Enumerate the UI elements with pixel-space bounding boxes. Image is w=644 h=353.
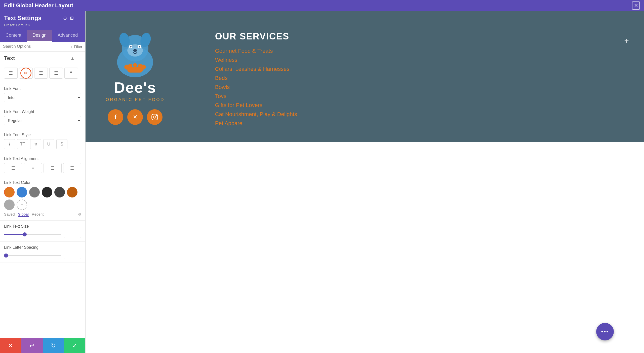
- link-font-group: Link Font Inter Arial Roboto: [0, 83, 85, 106]
- align-center-btn[interactable]: ✏: [19, 68, 33, 79]
- tabs: Content Design Advanced: [0, 30, 85, 42]
- more-icon[interactable]: ⋮: [77, 56, 81, 61]
- left-panel: Text Settings ⊙ ⊞ ⋮ Preset: Default ▾ Co…: [0, 11, 86, 353]
- color-swatch-brown[interactable]: [67, 187, 77, 197]
- capitalize-btn[interactable]: Tt: [30, 139, 41, 149]
- color-swatch-dark[interactable]: [42, 187, 52, 197]
- link-font-weight-label: Link Font Weight: [4, 110, 81, 114]
- link-text-color-group: Link Text Color + Saved Global Recent ⚙: [0, 177, 85, 221]
- italic-btn[interactable]: I: [4, 139, 15, 149]
- top-bar-title: Edit Global Header Layout: [4, 2, 73, 9]
- link-font-select[interactable]: Inter Arial Roboto: [4, 93, 81, 102]
- panel-icon-more[interactable]: ⋮: [77, 15, 81, 21]
- service-item-5[interactable]: Toys: [215, 93, 297, 99]
- font-style-buttons: I TT Tt U S: [4, 139, 81, 149]
- text-section-header: Text ▲ ⋮: [0, 52, 85, 65]
- panel-preset[interactable]: Preset: Default ▾: [4, 23, 81, 27]
- fab-dots: •••: [601, 328, 609, 335]
- color-swatch-orange[interactable]: [4, 187, 15, 197]
- service-item-0[interactable]: Gourmet Food & Treats: [215, 48, 297, 54]
- filter-button[interactable]: + Filter: [68, 44, 82, 49]
- color-swatch-blue[interactable]: [17, 187, 27, 197]
- link-text-size-slider[interactable]: [4, 234, 61, 235]
- alignment-options: ☰ ✏ ☰ ☰ ❝: [0, 65, 85, 83]
- tab-design[interactable]: Design: [27, 30, 52, 42]
- facebook-icon[interactable]: f: [108, 109, 123, 125]
- tab-advanced[interactable]: Advanced: [52, 30, 83, 42]
- svg-point-16: [133, 63, 137, 67]
- link-align-center[interactable]: ≡: [24, 163, 42, 173]
- align-right-btn[interactable]: ☰: [34, 68, 48, 79]
- panel-title: Text Settings: [4, 15, 42, 22]
- align-left-btn[interactable]: ☰: [4, 68, 18, 79]
- tab-content[interactable]: Content: [0, 30, 27, 42]
- cancel-button[interactable]: ✕: [0, 338, 21, 353]
- svg-point-15: [128, 64, 132, 68]
- service-item-6[interactable]: Gifts for Pet Lovers: [215, 102, 297, 109]
- link-text-size-row: 16px: [4, 231, 81, 238]
- link-letter-spacing-group: Link Letter Spacing 0px: [0, 242, 85, 263]
- link-align-right[interactable]: ☰: [44, 163, 62, 173]
- link-font-label: Link Font: [4, 86, 81, 91]
- link-letter-spacing-slider[interactable]: [4, 255, 61, 256]
- bottom-toolbar: ✕ ↩ ↻ ✓: [0, 338, 85, 353]
- brand-logo: [107, 26, 163, 81]
- service-item-1[interactable]: Wellness: [215, 57, 297, 63]
- uppercase-btn[interactable]: TT: [17, 139, 28, 149]
- redo-button[interactable]: ↻: [43, 338, 64, 353]
- color-swatch-gray1[interactable]: [29, 187, 40, 197]
- underline-btn[interactable]: U: [43, 139, 54, 149]
- link-letter-spacing-label: Link Letter Spacing: [4, 245, 81, 250]
- service-item-2[interactable]: Collars, Leashes & Harnesses: [215, 66, 297, 72]
- color-swatch-charcoal[interactable]: [54, 187, 65, 197]
- link-font-style-label: Link Font Style: [4, 133, 81, 137]
- svg-point-20: [156, 115, 157, 116]
- color-tab-recent[interactable]: Recent: [32, 212, 44, 217]
- close-button[interactable]: ✕: [632, 2, 640, 10]
- strikethrough-btn[interactable]: S: [56, 139, 67, 149]
- panel-icon-target[interactable]: ⊙: [63, 15, 67, 21]
- search-input[interactable]: [3, 44, 68, 49]
- service-item-7[interactable]: Cat Nourishment, Play & Delights: [215, 111, 297, 118]
- link-text-size-input[interactable]: 16px: [64, 231, 81, 238]
- instagram-icon[interactable]: [147, 109, 163, 125]
- link-align-left[interactable]: ☰: [4, 163, 22, 173]
- color-swatch-silver[interactable]: [4, 199, 15, 210]
- social-icons: f ✕: [108, 109, 163, 125]
- preview-content: Dee's Organic Pet Food f ✕ OUR: [86, 11, 644, 142]
- quote-btn[interactable]: ❝: [64, 68, 78, 79]
- save-button[interactable]: ✓: [64, 338, 85, 353]
- color-settings-icon[interactable]: ⚙: [78, 212, 81, 217]
- svg-point-7: [130, 46, 131, 46]
- svg-rect-18: [152, 114, 158, 120]
- text-section: Text ▲ ⋮ ☰ ✏ ☰ ☰: [0, 52, 85, 83]
- add-color-btn[interactable]: +: [17, 199, 27, 210]
- search-bar: + Filter: [0, 42, 85, 52]
- services-title: OUR SERVICES: [215, 31, 297, 42]
- logo-section: Dee's Organic Pet Food f ✕: [106, 26, 165, 127]
- link-font-weight-group: Link Font Weight Regular Bold Light: [0, 106, 85, 129]
- color-swatches-row: +: [4, 187, 81, 210]
- color-tabs: Saved Global Recent ⚙: [4, 210, 81, 217]
- color-tab-global[interactable]: Global: [18, 212, 29, 217]
- link-text-alignment-group: Link Text Alignment ☰ ≡ ☰ ☰: [0, 153, 85, 177]
- plus-button[interactable]: +: [624, 36, 629, 45]
- brand-name: Dee's: [114, 79, 156, 96]
- color-tab-saved[interactable]: Saved: [4, 212, 15, 217]
- link-font-weight-select[interactable]: Regular Bold Light: [4, 116, 81, 125]
- align-justify-btn[interactable]: ☰: [49, 68, 63, 79]
- collapse-icon[interactable]: ▲: [70, 56, 75, 61]
- text-section-title: Text: [4, 55, 15, 62]
- svg-point-11: [133, 49, 137, 52]
- reset-button[interactable]: ↩: [21, 338, 43, 353]
- service-item-4[interactable]: Bowls: [215, 84, 297, 90]
- link-text-align-buttons: ☰ ≡ ☰ ☰: [4, 163, 81, 173]
- link-letter-spacing-input[interactable]: 0px: [64, 252, 81, 259]
- panel-icon-grid[interactable]: ⊞: [70, 15, 74, 21]
- twitter-x-icon[interactable]: ✕: [127, 109, 143, 125]
- service-item-3[interactable]: Beds: [215, 75, 297, 81]
- link-text-size-label: Link Text Size: [4, 224, 81, 229]
- service-item-8[interactable]: Pet Apparel: [215, 120, 297, 127]
- fab-button[interactable]: •••: [596, 323, 614, 340]
- link-align-justify[interactable]: ☰: [63, 163, 81, 173]
